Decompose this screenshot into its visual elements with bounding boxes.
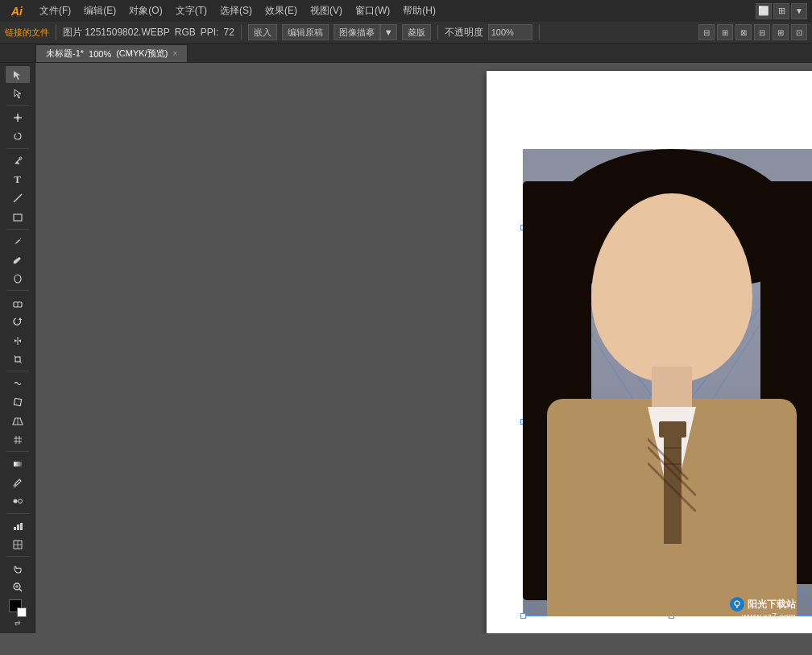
tool-sep-5 xyxy=(6,371,29,371)
menu-type[interactable]: 文字(T) xyxy=(170,2,213,20)
menu-edit[interactable]: 编辑(E) xyxy=(78,2,122,20)
canvas-area: 阳光下载站 www.xz7.com xyxy=(35,63,812,633)
opacity-input[interactable] xyxy=(488,24,532,40)
toolbar-dropdown-icon[interactable]: ▼ xyxy=(791,3,807,19)
watermark-icon xyxy=(730,597,744,611)
tool-select[interactable] xyxy=(6,66,30,83)
tool-sep-3 xyxy=(6,229,29,230)
tool-rotate[interactable] xyxy=(6,313,30,330)
menu-object[interactable]: 对象(O) xyxy=(123,2,168,20)
ppi-label: PPI: xyxy=(201,27,219,38)
sep2 xyxy=(241,25,242,39)
tool-eyedropper[interactable] xyxy=(6,475,30,491)
toolbar-mini-icon[interactable]: ⬜ xyxy=(756,3,772,19)
fill-color[interactable] xyxy=(9,599,27,617)
tool-sep-7 xyxy=(6,513,29,514)
watermark: 阳光下载站 www.xz7.com xyxy=(730,597,796,621)
swap-colors[interactable]: ⇄ xyxy=(14,619,21,627)
tool-warp[interactable] xyxy=(6,375,30,392)
left-toolbar: T xyxy=(0,63,35,633)
svg-point-4 xyxy=(16,116,19,119)
watermark-url: www.xz7.com xyxy=(730,611,796,621)
arrange-icon-5[interactable]: ⊞ xyxy=(773,24,789,40)
tool-slice[interactable] xyxy=(6,536,30,553)
sep3 xyxy=(437,25,438,39)
menu-bar: Ai 文件(F) 编辑(E) 对象(O) 文字(T) 选择(S) 效果(E) 视… xyxy=(0,0,812,22)
tool-rect[interactable] xyxy=(6,209,30,226)
arrange-icon-4[interactable]: ⊟ xyxy=(754,24,770,40)
svg-rect-30 xyxy=(17,524,19,530)
tool-hand[interactable] xyxy=(6,560,30,577)
menu-window[interactable]: 窗口(W) xyxy=(350,2,396,20)
svg-point-25 xyxy=(14,485,16,487)
tool-pen[interactable] xyxy=(6,152,30,169)
tool-sep-4 xyxy=(6,290,29,291)
tool-line[interactable] xyxy=(6,189,30,206)
tool-free-transform[interactable] xyxy=(6,394,30,411)
menu-select[interactable]: 选择(S) xyxy=(214,2,258,20)
svg-rect-29 xyxy=(14,527,16,530)
tie xyxy=(664,431,682,544)
tool-eraser[interactable] xyxy=(6,294,30,311)
tool-zoom[interactable] xyxy=(6,579,30,596)
svg-rect-17 xyxy=(14,399,21,406)
menu-help[interactable]: 帮助(H) xyxy=(397,2,441,20)
tie-stripe-2 xyxy=(664,463,682,465)
watermark-site: 阳光下载站 xyxy=(748,598,796,611)
tool-magic-wand[interactable] xyxy=(6,109,30,126)
svg-rect-31 xyxy=(20,523,23,530)
svg-point-48 xyxy=(735,601,740,606)
main-layout: T xyxy=(0,63,812,633)
tool-sep-1 xyxy=(6,105,29,106)
menu-effect[interactable]: 效果(E) xyxy=(259,2,303,20)
link-file-label: 链接的文件 xyxy=(5,27,49,39)
tool-mesh[interactable] xyxy=(6,431,30,448)
svg-point-9 xyxy=(14,275,21,283)
tie-stripe xyxy=(664,447,682,449)
tab-zoom: 100% xyxy=(89,49,111,59)
tool-sep-6 xyxy=(6,451,29,452)
menu-file[interactable]: 文件(F) xyxy=(34,2,77,20)
tool-text[interactable]: T xyxy=(6,171,30,188)
tool-pencil[interactable] xyxy=(6,233,30,250)
svg-marker-12 xyxy=(19,317,22,320)
tool-perspective[interactable] xyxy=(6,412,30,429)
tool-direct-select[interactable] xyxy=(6,85,30,102)
photo-background xyxy=(523,149,812,616)
image-info: 图片 1251509802.WEBP xyxy=(63,26,170,39)
image-trace-button[interactable]: 图像描摹 xyxy=(334,24,380,40)
app-logo: Ai xyxy=(5,0,29,22)
embed-button[interactable]: 嵌入 xyxy=(248,24,277,40)
arrange-icon-6[interactable]: ⊡ xyxy=(791,24,807,40)
arrange-icon-3[interactable]: ⊠ xyxy=(735,24,752,40)
svg-point-27 xyxy=(18,500,22,504)
tool-blob-brush[interactable] xyxy=(6,270,30,287)
arrange-icon-2[interactable]: ⊞ xyxy=(717,24,733,40)
tool-chart[interactable] xyxy=(6,517,30,534)
image-trace-dropdown[interactable]: ▼ xyxy=(380,24,397,40)
sep4 xyxy=(539,25,540,39)
diamond-button[interactable]: 菱版 xyxy=(402,24,431,40)
toolbar-arrange-icon[interactable]: ⊞ xyxy=(773,3,789,19)
tool-scale[interactable] xyxy=(6,350,30,367)
sep1 xyxy=(56,25,56,39)
svg-line-8 xyxy=(20,238,21,239)
arrange-icon-1[interactable]: ⊟ xyxy=(698,24,715,40)
tool-reflect[interactable] xyxy=(6,332,30,349)
edit-original-button[interactable]: 编辑原稿 xyxy=(282,24,329,40)
tool-gradient[interactable] xyxy=(6,455,30,472)
image-container[interactable] xyxy=(523,149,812,616)
tie-knot xyxy=(659,421,686,437)
tool-brush[interactable] xyxy=(6,251,30,268)
tab-colormode: (CMYK/预览) xyxy=(116,48,168,60)
ppi-value: 72 xyxy=(223,27,234,38)
tool-blend[interactable] xyxy=(6,493,30,510)
tab-bar: 未标题-1* 100% (CMYK/预览) × xyxy=(0,44,812,63)
opacity-label: 不透明度 xyxy=(445,26,483,39)
tool-sep-8 xyxy=(6,556,29,557)
menu-view[interactable]: 视图(V) xyxy=(304,2,348,20)
svg-line-6 xyxy=(14,194,22,202)
tab-close-button[interactable]: × xyxy=(172,49,177,58)
tool-lasso[interactable] xyxy=(6,128,30,145)
document-tab[interactable]: 未标题-1* 100% (CMYK/预览) × xyxy=(35,44,188,62)
